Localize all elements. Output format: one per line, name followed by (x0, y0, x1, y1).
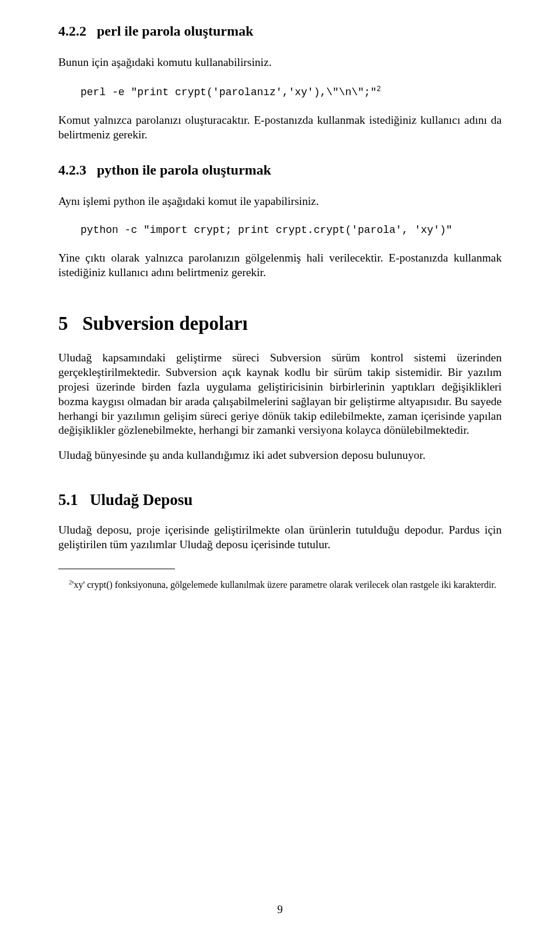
paragraph: Aynı işlemi python ile aşağıdaki komut i… (58, 194, 502, 209)
code-text: python -c "import crypt; print crypt.cry… (80, 224, 452, 236)
heading-5-1: 5.1 Uludağ Deposu (58, 491, 502, 509)
paragraph: Uludağ deposu, proje içerisinde geliştir… (58, 523, 502, 552)
heading-4-2-3: 4.2.3 python ile parola oluşturmak (58, 162, 502, 178)
paragraph: Yine çıktı olarak yalnızca parolanızın g… (58, 251, 502, 280)
footnote-ref: 2 (377, 85, 381, 93)
page-number: 9 (0, 903, 560, 916)
code-block-perl: perl -e "print crypt('parolanız','xy'),\… (80, 85, 502, 98)
footnote-separator (58, 569, 175, 569)
heading-text: Uludağ Deposu (90, 491, 192, 508)
paragraph: Komut yalnızca parolanızı oluşturacaktır… (58, 113, 502, 142)
code-text: perl -e "print crypt('parolanız','xy'),\… (80, 86, 377, 98)
heading-number: 4.2.2 (58, 23, 86, 39)
heading-number: 5.1 (58, 491, 78, 508)
heading-number: 4.2.3 (58, 162, 86, 177)
heading-text: perl ile parola oluşturmak (97, 23, 253, 39)
code-block-python: python -c "import crypt; print crypt.cry… (80, 224, 502, 236)
footnote-text: 'xy' crypt() fonksiyonuna, gölgelemede k… (72, 580, 496, 590)
page: 4.2.2 perl ile parola oluşturmak Bunun i… (0, 0, 560, 937)
heading-number: 5 (58, 313, 68, 334)
heading-text: python ile parola oluşturmak (97, 162, 271, 177)
heading-text: Subversion depoları (82, 313, 247, 334)
paragraph: Uludağ kapsamındaki geliştirme süreci Su… (58, 351, 502, 438)
footnote: 2'xy' crypt() fonksiyonuna, gölgelemede … (58, 579, 502, 591)
paragraph: Uludağ bünyesinde şu anda kullandığımız … (58, 448, 502, 463)
heading-5: 5 Subversion depoları (58, 313, 502, 335)
paragraph: Bunun için aşağıdaki komutu kullanabilir… (58, 55, 502, 70)
heading-4-2-2: 4.2.2 perl ile parola oluşturmak (58, 23, 502, 39)
